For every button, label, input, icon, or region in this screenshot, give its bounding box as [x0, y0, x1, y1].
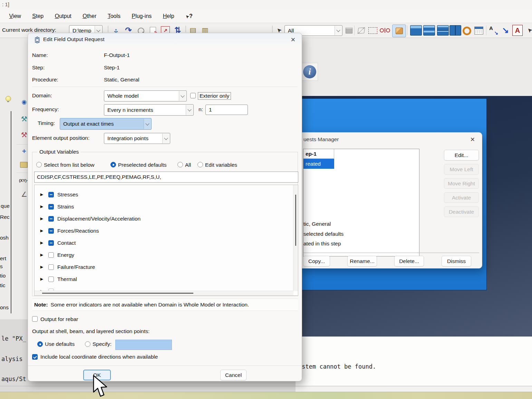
dialog-titlebar[interactable]: Edit Field Output Request ✕: [28, 33, 302, 46]
list-item-strains[interactable]: ▶Strains: [35, 201, 74, 213]
constraint-icon[interactable]: [380, 26, 390, 35]
exterior-only-checkbox[interactable]: [190, 93, 196, 98]
annotate-arrow-icon[interactable]: A↘: [488, 25, 499, 36]
rename-button[interactable]: Rename...: [347, 256, 377, 266]
radio-all-label[interactable]: All: [185, 162, 191, 168]
contact-checkbox[interactable]: [48, 240, 54, 246]
variables-list[interactable]: ▶Stresses ▶Strains ▶Displacement/Velocit…: [34, 185, 298, 296]
failure-checkbox[interactable]: [48, 264, 54, 270]
activate-button[interactable]: Activate: [444, 192, 479, 203]
cursor-icon[interactable]: ➤: [523, 24, 532, 36]
vertical-scrollbar[interactable]: [293, 185, 298, 291]
context-help-icon[interactable]: ➤?: [185, 10, 193, 23]
expander-icon[interactable]: ▶: [39, 253, 44, 257]
strains-checkbox[interactable]: [48, 204, 54, 210]
cancel-button[interactable]: Cancel: [220, 370, 246, 380]
n-input[interactable]: 1: [205, 105, 248, 115]
stresses-checkbox[interactable]: [48, 192, 54, 197]
close-icon[interactable]: ✕: [470, 136, 475, 143]
copy-button[interactable]: Copy...: [303, 256, 330, 266]
print-icon[interactable]: [345, 26, 354, 35]
viewport-layout-2-icon[interactable]: [423, 25, 435, 36]
specify-label[interactable]: Specify:: [93, 341, 112, 347]
expander-icon[interactable]: ▶: [39, 192, 44, 197]
exterior-only-label[interactable]: Exterior only: [198, 92, 231, 100]
edit-button[interactable]: Edit...: [444, 150, 479, 160]
list-item-energy[interactable]: ▶Energy: [35, 249, 74, 261]
list-item-thermal[interactable]: ▶Thermal: [35, 273, 77, 285]
scrollbar-thumb[interactable]: [42, 293, 193, 294]
chevron-down-icon[interactable]: [144, 119, 151, 129]
expander-icon[interactable]: ▶: [39, 265, 44, 269]
radio-preselected-defaults[interactable]: [110, 162, 116, 167]
radio-edit-variables-label[interactable]: Edit variables: [205, 162, 237, 168]
bulb-icon[interactable]: [6, 96, 11, 101]
menu-step[interactable]: Step: [32, 10, 43, 23]
timing-combo[interactable]: Output at exact times: [60, 118, 152, 130]
dashed-region-icon[interactable]: [368, 27, 378, 34]
include-local-checkbox[interactable]: [32, 354, 38, 360]
use-defaults-label[interactable]: Use defaults: [45, 341, 75, 347]
output-for-rebar-checkbox[interactable]: [32, 316, 38, 322]
element-output-combo[interactable]: Integration points: [104, 133, 170, 144]
specify-radio[interactable]: [85, 341, 90, 347]
info-button[interactable]: i: [301, 63, 318, 81]
frequency-combo[interactable]: Every n increments: [104, 104, 194, 116]
variables-input[interactable]: CDISP,CF,CSTRESS,LE,PE,PEEQ,PEMAG,RF,S,U…: [34, 172, 298, 183]
include-local-label[interactable]: Include local coordinate directions when…: [40, 354, 158, 360]
deactivate-button[interactable]: Deactivate: [444, 206, 479, 217]
dismiss-button[interactable]: Dismiss: [442, 256, 471, 266]
expander-icon[interactable]: ▶: [39, 216, 44, 221]
step-label: Step:: [32, 65, 45, 71]
viewport-layout-1-icon[interactable]: [410, 25, 422, 36]
chevron-down-icon[interactable]: [162, 134, 170, 143]
move-left-button[interactable]: Move Left: [444, 164, 479, 175]
cube-tool-icon-active[interactable]: [392, 25, 406, 37]
radio-preselected-defaults-label[interactable]: Preselected defaults: [118, 162, 166, 168]
move-right-button[interactable]: Move Right: [444, 178, 479, 189]
menu-view[interactable]: View: [9, 10, 21, 23]
table-icon[interactable]: [474, 26, 484, 35]
use-defaults-radio[interactable]: [37, 341, 43, 347]
displacement-checkbox[interactable]: [48, 216, 54, 222]
delete-button[interactable]: Delete...: [394, 256, 424, 266]
menu-plugins[interactable]: Plug-ins: [132, 10, 152, 23]
text-annotation-icon[interactable]: A: [512, 25, 523, 36]
list-item-stresses[interactable]: ▶Stresses: [35, 188, 78, 201]
expander-icon[interactable]: ▶: [39, 228, 44, 233]
arrow-annotation-icon[interactable]: ↘: [501, 25, 510, 36]
energy-checkbox[interactable]: [48, 252, 54, 258]
radio-all[interactable]: [177, 162, 183, 167]
chevron-down-icon[interactable]: [186, 105, 193, 115]
list-item-displacement[interactable]: ▶Displacement/Velocity/Acceleration: [35, 213, 141, 225]
menu-help[interactable]: Help: [163, 10, 174, 23]
table-selected-cell[interactable]: reated: [303, 159, 334, 169]
wireframe-box-icon[interactable]: [356, 26, 366, 35]
expander-icon[interactable]: ▶: [39, 204, 44, 209]
scrollbar-thumb[interactable]: [295, 195, 296, 246]
forces-checkbox[interactable]: [48, 228, 54, 234]
radio-select-from-list-label[interactable]: Select from list below: [44, 162, 94, 168]
thermal-checkbox[interactable]: [48, 276, 54, 282]
domain-combo[interactable]: Whole model: [104, 90, 187, 101]
close-icon[interactable]: ✕: [291, 36, 296, 43]
expander-icon[interactable]: ▶: [39, 241, 44, 245]
radio-edit-variables[interactable]: [197, 162, 203, 167]
radio-select-from-list[interactable]: [36, 162, 42, 167]
table-column-header[interactable]: ep-1: [303, 149, 334, 159]
specify-input[interactable]: [115, 340, 172, 350]
chevron-down-icon[interactable]: [335, 26, 342, 35]
menu-other[interactable]: Other: [83, 10, 96, 23]
list-item-contact[interactable]: ▶Contact: [35, 237, 76, 249]
list-item-forces[interactable]: ▶Forces/Reactions: [35, 225, 99, 237]
menu-output[interactable]: Output: [55, 10, 71, 23]
list-item-failure[interactable]: ▶Failure/Fracture: [35, 261, 95, 273]
output-for-rebar-label[interactable]: Output for rebar: [40, 316, 78, 322]
horizontal-scrollbar[interactable]: [35, 291, 293, 295]
expander-icon[interactable]: ▶: [39, 277, 44, 281]
viewport-layout-3-icon[interactable]: [437, 25, 449, 36]
chevron-down-icon[interactable]: [179, 91, 186, 101]
viewport-layout-4-icon[interactable]: [449, 25, 461, 36]
menu-tools[interactable]: Tools: [108, 10, 120, 23]
ring-icon[interactable]: [462, 26, 472, 35]
